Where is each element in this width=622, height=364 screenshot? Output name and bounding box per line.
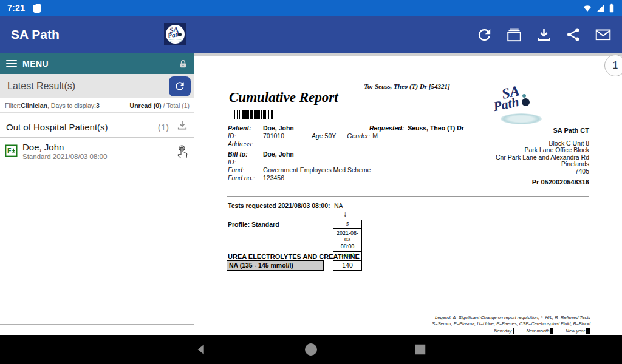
fund-no-label: Fund no.:	[228, 174, 263, 182]
column-number: 5	[333, 220, 361, 229]
legend-line1: Legend: Δ=Significant Change on report r…	[432, 315, 590, 321]
new-year-bar	[586, 328, 590, 334]
file-download-icon: F	[5, 144, 18, 157]
download-icon[interactable]	[535, 25, 553, 44]
new-month-label: New month	[526, 328, 549, 334]
status-icons	[583, 3, 615, 13]
app-bar: SA Path SAPath	[0, 16, 622, 53]
horizontal-rule	[227, 196, 589, 197]
bill-to-value: Doe, John	[263, 150, 294, 158]
refresh-icon[interactable]	[475, 25, 493, 44]
bill-id-label: ID:	[228, 158, 263, 166]
analyte-cell: NA (135 - 145 mmol/l)	[227, 260, 324, 271]
android-nav-bar	[0, 335, 622, 364]
group-title: Out of Hospital Patient(s)	[6, 122, 108, 132]
patient-label: Patient:	[228, 124, 263, 132]
viewer-top-strip	[194, 53, 622, 56]
back-icon[interactable]	[190, 337, 214, 362]
recents-icon[interactable]	[408, 337, 432, 362]
sapath-logo-circle: SAPath	[166, 25, 185, 44]
barcode	[230, 110, 278, 119]
fund-label: Fund:	[228, 166, 263, 174]
id-value: 701010	[263, 132, 312, 140]
page-number-badge: 1	[604, 55, 622, 76]
profile-label: Profile: Standard	[228, 221, 279, 228]
menu-label[interactable]: MENU	[22, 59, 49, 69]
screen: 7:21 SA Path SAPath	[0, 0, 622, 364]
legend-line2: S=Serum; P=Plasma; U=Urine; F=Faeces; CS…	[432, 321, 590, 327]
hand-cursor-icon	[175, 144, 190, 158]
home-icon[interactable]	[299, 337, 323, 362]
age-label: Age:	[312, 132, 325, 140]
clock: 7:21	[7, 3, 25, 13]
document-viewer[interactable]: 1 To: Seuss, Theo (T) Dr [54321] Cumulat…	[194, 53, 622, 335]
total-count: / Total (1)	[162, 102, 190, 109]
filter-label: Filter:	[5, 102, 21, 109]
patient-details: Patient:Doe, John ID:701010Age:50YGender…	[228, 124, 367, 182]
practice-number: Pr 0520020548316	[496, 179, 589, 186]
address-label: Address:	[228, 140, 263, 148]
patient-detail: Standard 2021/08/03 08:00	[22, 153, 107, 160]
app-bar-actions	[475, 25, 612, 44]
battery-icon	[609, 3, 615, 13]
gender-value: M	[372, 132, 378, 140]
report-title: Cumulative Report	[229, 90, 338, 106]
svg-text:F: F	[7, 147, 12, 154]
app-title: SA Path	[11, 27, 60, 42]
status-bar: 7:21	[0, 0, 622, 16]
tests-requested-value: NA	[334, 202, 343, 209]
patient-name: Doe, John	[22, 142, 107, 152]
requested-block: Requested:Seuss, Theo (T) Dr	[369, 124, 464, 132]
new-year-label: New year	[566, 328, 585, 334]
filter-days-value: 3	[96, 102, 100, 109]
pages-icon[interactable]	[505, 25, 523, 44]
down-arrow: ↓	[343, 210, 347, 218]
email-icon[interactable]	[594, 25, 612, 44]
sidebar-bottom-divider	[0, 324, 194, 325]
legend-bars: New day New month New year	[432, 328, 590, 334]
result-value-cell: 140	[333, 260, 362, 271]
filter-row: Filter: Clinician , Days to display: 3 U…	[0, 98, 194, 113]
results-refresh-button[interactable]	[169, 76, 191, 96]
report-legend: Legend: Δ=Significant Change on report r…	[432, 315, 590, 334]
group-count: (1)	[158, 122, 169, 132]
gender-label: Gender:	[347, 132, 370, 140]
unread-count: Unread (0)	[130, 102, 162, 109]
patient-value: Doe, John	[263, 124, 294, 132]
filter-clinician: Clinician	[21, 102, 47, 109]
fund-no-value: 123456	[263, 174, 284, 182]
patient-texts: Doe, John Standard 2021/08/03 08:00	[22, 142, 107, 160]
sidebar: MENU Latest Result(s) Filter: Clinician …	[0, 53, 194, 335]
lab-address-block: SA Path CT Block C Unit 8 Park Lane Offi…	[496, 127, 589, 186]
bill-to-label: Bill to:	[228, 150, 263, 158]
main: MENU Latest Result(s) Filter: Clinician …	[0, 53, 622, 335]
new-month-bar	[550, 328, 553, 334]
group-header-out-of-hospital[interactable]: Out of Hospital Patient(s) (1)	[0, 116, 194, 138]
sidebar-empty-space	[0, 164, 194, 335]
wifi-icon	[583, 4, 592, 12]
column-date: 2021-08-03	[333, 230, 361, 243]
id-label: ID:	[228, 132, 263, 140]
column-datetime: 2021-08-03 08:00	[333, 229, 361, 252]
requested-value: Seuss, Theo (T) Dr	[408, 124, 464, 132]
menu-bar: MENU	[0, 53, 194, 74]
signal-icon	[596, 4, 605, 12]
filter-days-label: , Days to display:	[47, 102, 96, 109]
lock-icon[interactable]	[178, 58, 188, 70]
lab-address-line: 7405	[496, 168, 589, 175]
sapath-logo-icon: SAPath	[164, 23, 186, 46]
sapath-report-logo: SAPath	[492, 87, 541, 122]
notification-icon	[33, 4, 41, 13]
column-time: 08:00	[333, 243, 361, 250]
patient-list-item[interactable]: F Doe, John Standard 2021/08/03 08:00	[0, 138, 194, 164]
group-download-icon[interactable]	[176, 120, 188, 134]
fund-value: Government Employees Med Scheme	[263, 166, 371, 174]
lab-address-line: Pinelands	[496, 161, 589, 168]
age-value: 50Y	[325, 132, 337, 140]
new-day-bar	[513, 328, 514, 334]
share-icon[interactable]	[564, 25, 583, 44]
lab-address-line: Park Lane Office Block	[496, 147, 589, 154]
unread-total: Unread (0) / Total (1)	[130, 102, 190, 109]
new-day-label: New day	[494, 328, 511, 334]
hamburger-menu-icon[interactable]	[6, 60, 17, 67]
